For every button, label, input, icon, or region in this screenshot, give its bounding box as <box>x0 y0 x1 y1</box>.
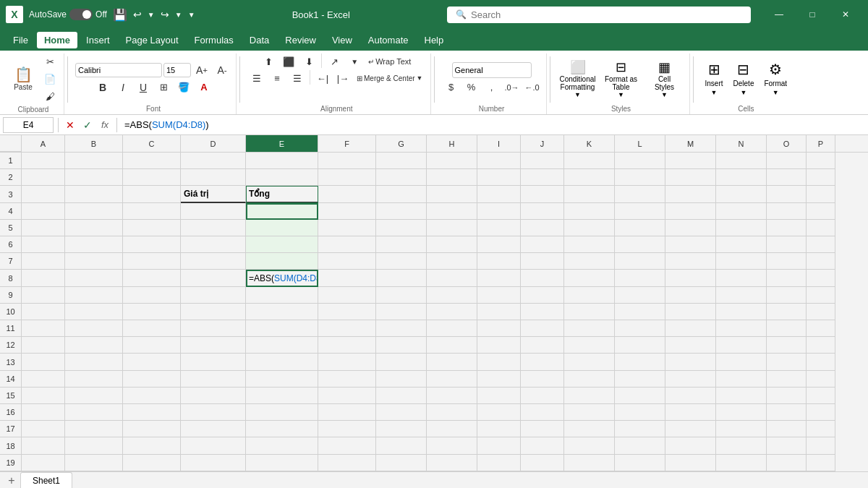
cell-L4[interactable] <box>615 203 665 220</box>
cell-F15[interactable] <box>318 388 376 404</box>
cell-B11[interactable] <box>65 320 123 337</box>
row-header-17[interactable]: 17 <box>0 421 22 437</box>
cell-M18[interactable] <box>665 437 716 454</box>
cell-N4[interactable] <box>716 203 767 220</box>
insert-cells-button[interactable]: ⊞ Insert ▼ <box>701 58 728 99</box>
cell-O17[interactable] <box>767 421 807 437</box>
formula-cancel-button[interactable]: ✕ <box>63 118 77 132</box>
menu-file[interactable]: File <box>6 32 35 48</box>
cell-A12[interactable] <box>22 337 65 354</box>
cell-M6[interactable] <box>665 236 716 253</box>
increase-decimal-button[interactable]: .0→ <box>503 80 522 95</box>
menu-formulas[interactable]: Formulas <box>187 32 241 48</box>
cell-I11[interactable] <box>477 320 521 337</box>
cell-M14[interactable] <box>665 371 716 388</box>
add-sheet-button[interactable]: + <box>3 472 20 489</box>
cell-O8[interactable] <box>767 270 807 286</box>
cell-P12[interactable] <box>807 337 835 354</box>
fill-color-button[interactable]: 🪣 <box>174 80 193 95</box>
cell-L3[interactable] <box>615 186 665 202</box>
cell-F2[interactable] <box>318 169 376 186</box>
format-table-button[interactable]: ⊟ Format asTable ▼ <box>601 58 642 100</box>
cell-K12[interactable] <box>564 337 615 354</box>
cell-A19[interactable] <box>22 455 65 471</box>
cell-M9[interactable] <box>665 287 716 304</box>
cell-I4[interactable] <box>477 203 521 220</box>
cell-J17[interactable] <box>521 421 564 437</box>
cell-C9[interactable] <box>123 287 181 304</box>
cell-C5[interactable] <box>123 220 181 236</box>
col-header-p[interactable]: P <box>807 135 835 152</box>
delete-dropdown[interactable]: ▼ <box>741 89 747 96</box>
delete-cells-button[interactable]: ⊟ Delete ▼ <box>729 58 759 99</box>
cell-L15[interactable] <box>615 388 665 404</box>
cell-C15[interactable] <box>123 388 181 404</box>
cell-P17[interactable] <box>807 421 835 437</box>
cell-N5[interactable] <box>716 220 767 236</box>
underline-button[interactable]: U <box>134 80 153 95</box>
row-header-16[interactable]: 16 <box>0 404 22 421</box>
align-bottom-button[interactable]: ⬇ <box>299 53 318 69</box>
cell-I13[interactable] <box>477 354 521 370</box>
cell-F9[interactable] <box>318 287 376 304</box>
cell-H18[interactable] <box>427 437 477 454</box>
cell-D4[interactable] <box>181 203 246 220</box>
cell-I16[interactable] <box>477 404 521 421</box>
cell-O16[interactable] <box>767 404 807 421</box>
cell-H9[interactable] <box>427 287 477 304</box>
cell-M8[interactable] <box>665 270 716 286</box>
cell-L14[interactable] <box>615 371 665 388</box>
cell-M15[interactable] <box>665 388 716 404</box>
cell-P1[interactable] <box>807 153 835 169</box>
cell-K16[interactable] <box>564 404 615 421</box>
cell-I10[interactable] <box>477 304 521 320</box>
orientation-dropdown[interactable]: ▼ <box>345 53 364 69</box>
cell-N15[interactable] <box>716 388 767 404</box>
cell-A10[interactable] <box>22 304 65 320</box>
cell-P5[interactable] <box>807 220 835 236</box>
cell-N17[interactable] <box>716 421 767 437</box>
cell-B16[interactable] <box>65 404 123 421</box>
cell-J3[interactable] <box>521 186 564 202</box>
cell-F6[interactable] <box>318 236 376 253</box>
cell-J4[interactable] <box>521 203 564 220</box>
cell-A1[interactable] <box>22 153 65 169</box>
cell-J11[interactable] <box>521 320 564 337</box>
cell-B10[interactable] <box>65 304 123 320</box>
align-center-button[interactable]: ≡ <box>268 70 286 86</box>
cell-L1[interactable] <box>615 153 665 169</box>
cell-B18[interactable] <box>65 437 123 454</box>
cell-H1[interactable] <box>427 153 477 169</box>
align-right-button[interactable]: ☰ <box>288 70 307 86</box>
menu-view[interactable]: View <box>325 32 359 48</box>
cell-A7[interactable] <box>22 253 65 270</box>
cell-N19[interactable] <box>716 455 767 471</box>
cell-H2[interactable] <box>427 169 477 186</box>
search-input[interactable] <box>471 9 742 20</box>
cell-H4[interactable] <box>427 203 477 220</box>
cell-B1[interactable] <box>65 153 123 169</box>
cell-I6[interactable] <box>477 236 521 253</box>
menu-home[interactable]: Home <box>37 32 77 48</box>
cell-reference-box[interactable]: E4 <box>3 117 54 133</box>
cell-M3[interactable] <box>665 186 716 202</box>
cell-N3[interactable] <box>716 186 767 202</box>
cell-N8[interactable] <box>716 270 767 286</box>
cell-J18[interactable] <box>521 437 564 454</box>
cell-K3[interactable] <box>564 186 615 202</box>
cell-O3[interactable] <box>767 186 807 202</box>
cell-O10[interactable] <box>767 304 807 320</box>
cell-J10[interactable] <box>521 304 564 320</box>
cell-P6[interactable] <box>807 236 835 253</box>
cell-G19[interactable] <box>376 455 427 471</box>
cell-O4[interactable] <box>767 203 807 220</box>
cell-H16[interactable] <box>427 404 477 421</box>
cell-I7[interactable] <box>477 253 521 270</box>
cell-O5[interactable] <box>767 220 807 236</box>
format-painter-button[interactable]: 🖌 <box>41 88 59 104</box>
cell-J13[interactable] <box>521 354 564 370</box>
cell-P18[interactable] <box>807 437 835 454</box>
cell-E3[interactable]: Tổng <box>246 186 318 202</box>
col-header-a[interactable]: A <box>22 135 65 152</box>
row-header-8[interactable]: 8 <box>0 270 22 286</box>
